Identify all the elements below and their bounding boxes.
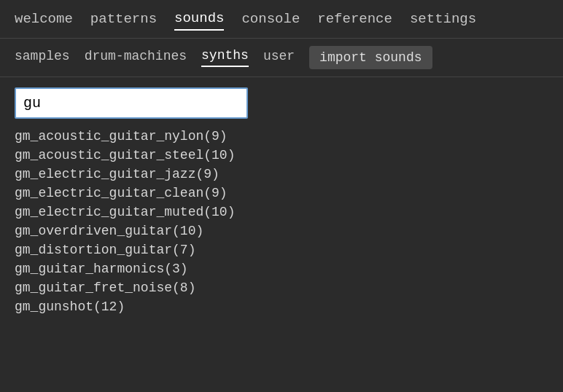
sub-nav-item-samples[interactable]: samples [15, 49, 70, 66]
result-item[interactable]: gm_acoustic_guitar_steel(10) [15, 146, 548, 164]
search-input[interactable] [15, 87, 248, 119]
result-item[interactable]: gm_gunshot(12) [15, 298, 548, 315]
sub-nav-item-user[interactable]: user [263, 49, 295, 66]
top-nav-item-patterns[interactable]: patterns [90, 11, 157, 30]
result-item[interactable]: gm_acoustic_guitar_nylon(9) [15, 128, 548, 145]
result-item[interactable]: gm_electric_guitar_jazz(9) [15, 165, 548, 183]
search-area [0, 77, 563, 125]
top-nav-item-console[interactable]: console [241, 11, 300, 30]
result-item[interactable]: gm_guitar_harmonics(3) [15, 260, 548, 278]
top-nav-item-welcome[interactable]: welcome [15, 11, 73, 30]
result-item[interactable]: gm_electric_guitar_muted(10) [15, 203, 548, 221]
sub-nav-item-import-sounds[interactable]: import sounds [309, 46, 432, 69]
result-item[interactable]: gm_guitar_fret_noise(8) [15, 279, 548, 297]
result-item[interactable]: gm_electric_guitar_clean(9) [15, 184, 548, 202]
result-item[interactable]: gm_distortion_guitar(7) [15, 241, 548, 259]
result-item[interactable]: gm_overdriven_guitar(10) [15, 222, 548, 240]
top-navigation: welcomepatternssoundsconsolereferenceset… [0, 0, 563, 39]
sub-nav-item-drum-machines[interactable]: drum-machines [85, 49, 187, 66]
top-nav-item-sounds[interactable]: sounds [174, 10, 224, 31]
sub-navigation: samplesdrum-machinessynthsuserimport sou… [0, 39, 563, 77]
results-list: gm_acoustic_guitar_nylon(9)gm_acoustic_g… [0, 125, 563, 323]
top-nav-item-settings[interactable]: settings [410, 11, 476, 30]
top-nav-item-reference[interactable]: reference [317, 11, 392, 30]
sub-nav-item-synths[interactable]: synths [201, 48, 249, 67]
